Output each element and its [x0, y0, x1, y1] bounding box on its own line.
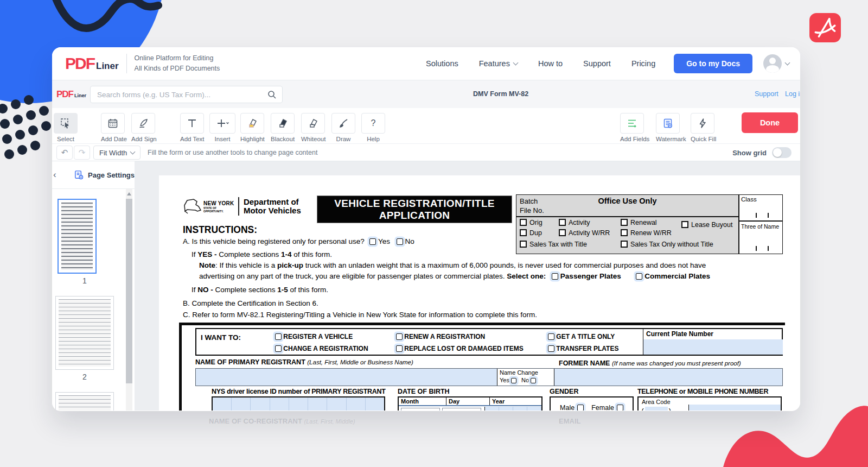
- add-fields-icon: [626, 117, 638, 129]
- primary-registrant-field[interactable]: [196, 369, 497, 386]
- replace-items-checkbox[interactable]: [396, 345, 403, 352]
- editor-content: ‹ Page Settings 1 2: [52, 161, 800, 411]
- logo-pdf-text: PDF: [65, 54, 94, 73]
- instructions-heading: INSTRUCTIONS:: [183, 224, 257, 236]
- logo-divider: [126, 54, 127, 73]
- former-name-field[interactable]: [554, 369, 782, 386]
- go-to-my-docs-button[interactable]: Go to my Docs: [674, 54, 752, 73]
- male-checkbox[interactable]: [577, 405, 584, 411]
- sidebar-scrollbar[interactable]: [126, 189, 132, 411]
- watermark-icon: [662, 117, 674, 129]
- change-registration-checkbox[interactable]: [275, 345, 282, 352]
- tool-draw[interactable]: Draw: [331, 113, 355, 142]
- account-menu[interactable]: [763, 54, 789, 73]
- phone-box: Area Code (): [637, 396, 782, 411]
- tool-whiteout[interactable]: Whiteout: [301, 113, 325, 142]
- pdfliner-mini-logo[interactable]: PDF Liner: [56, 89, 86, 100]
- tool-add-fields[interactable]: Add Fields: [620, 113, 644, 142]
- license-id-grid[interactable]: [212, 396, 385, 411]
- office-use-only-box: Office Use Only Batch File No. Orig Acti…: [516, 194, 739, 254]
- checkbox-sales-tax-with-title: [520, 241, 527, 248]
- checkbox-renew-wrr: [621, 229, 628, 236]
- whiteout-brush-icon: [307, 117, 319, 129]
- name-change-box: Name Change Yes No: [497, 369, 554, 386]
- female-checkbox[interactable]: [617, 405, 623, 411]
- ny-state-outline-icon: [183, 197, 201, 216]
- tool-select[interactable]: Select: [54, 113, 78, 142]
- redo-button[interactable]: ↷: [74, 146, 90, 160]
- year-field[interactable]: [484, 407, 541, 411]
- text-icon: [186, 117, 198, 129]
- instruction-line-a: A. Is this vehicle being registered only…: [183, 237, 414, 245]
- page-settings-label[interactable]: Page Settings: [88, 171, 135, 179]
- current-plate-field[interactable]: [643, 339, 783, 355]
- login-link[interactable]: Log in: [785, 90, 800, 98]
- tool-highlight[interactable]: Highlight: [240, 113, 264, 142]
- nav-support[interactable]: Support: [583, 59, 611, 68]
- page-thumbnail-3-partial[interactable]: [55, 392, 114, 411]
- page-number-1: 1: [52, 276, 117, 285]
- search-input[interactable]: [91, 86, 282, 103]
- passenger-plates-checkbox[interactable]: [552, 273, 558, 280]
- nav-solutions[interactable]: Solutions: [426, 59, 458, 68]
- name-change-no-checkbox[interactable]: [531, 378, 536, 383]
- personal-use-yes-checkbox[interactable]: [369, 238, 376, 245]
- i-want-to-table: I WANT TO: REGISTER A VEHICLE CHANGE A R…: [195, 328, 783, 356]
- support-link[interactable]: Support: [755, 90, 778, 98]
- former-name-label: FORMER NAME (If name was changed you mus…: [559, 359, 741, 367]
- register-vehicle-checkbox[interactable]: [275, 333, 282, 340]
- view-bar: ↶ ↷ Fit Width Fill the form or use anoth…: [52, 144, 800, 161]
- top-header: PDF Liner Online Platform for Editing Al…: [52, 47, 800, 80]
- lightning-icon: [697, 117, 709, 129]
- red-blob: [723, 406, 868, 467]
- month-select[interactable]: 01▼: [401, 408, 440, 411]
- current-plate-cell: Current Plate Number: [643, 329, 783, 355]
- form-title-banner: VEHICLE REGISTRATION/TITLE APPLICATION: [317, 195, 512, 223]
- transfer-plates-checkbox[interactable]: [548, 345, 554, 352]
- tool-add-date[interactable]: Add Date: [101, 113, 125, 142]
- show-grid-toggle[interactable]: [772, 147, 792, 158]
- select-cursor-icon: [60, 117, 72, 129]
- phone-label: TELEPHONE or MOBILE PHONE NUMBER: [637, 388, 768, 395]
- page-thumbnail-1[interactable]: [58, 199, 97, 274]
- nav-how-to[interactable]: How to: [538, 59, 563, 68]
- tool-blackout[interactable]: Blackout: [271, 113, 295, 142]
- nav-features[interactable]: Features: [479, 59, 518, 68]
- tool-quick-fill[interactable]: Quick Fill: [691, 113, 714, 142]
- pdfliner-logo[interactable]: PDF Liner: [65, 54, 119, 73]
- checkbox-activity-wrr: [559, 229, 566, 236]
- document-bar: PDF Liner DMV Form MV-82 Support Log in: [52, 80, 800, 108]
- registrant-fields-row: Name Change Yes No: [195, 368, 783, 386]
- checkbox-lease-buyout: [681, 221, 688, 228]
- done-button[interactable]: Done: [742, 112, 798, 133]
- nav-pricing[interactable]: Pricing: [631, 59, 655, 68]
- tagline: Online Platform for Editing All Kinds of…: [135, 53, 220, 74]
- phone-number-field[interactable]: [688, 405, 781, 411]
- collapse-sidebar-icon[interactable]: ‹: [53, 169, 56, 180]
- scroll-up-arrow[interactable]: [127, 192, 131, 195]
- avatar: [763, 54, 782, 73]
- tool-help[interactable]: ? Help: [361, 113, 385, 142]
- name-change-yes-checkbox[interactable]: [511, 378, 516, 383]
- commercial-plates-checkbox[interactable]: [636, 273, 642, 280]
- instruction-line-c: C. Refer to form MV-82.1 Registering/Tit…: [183, 311, 537, 319]
- tool-add-text[interactable]: Add Text: [180, 113, 204, 142]
- tool-add-sign[interactable]: Add Sign: [131, 113, 155, 142]
- logo-liner-text: Liner: [96, 61, 119, 72]
- personal-use-no-checkbox[interactable]: [397, 238, 403, 245]
- page-thumbnails: 1 2: [52, 189, 135, 411]
- get-title-only-checkbox[interactable]: [548, 333, 554, 340]
- area-code-field[interactable]: [645, 407, 668, 411]
- scrollbar-thumb[interactable]: [126, 199, 132, 383]
- search-icon[interactable]: [267, 90, 277, 99]
- tool-watermark[interactable]: Watermark: [656, 113, 680, 142]
- day-select[interactable]: 01▼: [442, 408, 481, 411]
- page-settings-row: ‹ Page Settings: [52, 161, 135, 189]
- tool-insert[interactable]: Insert: [209, 113, 235, 142]
- renew-registration-checkbox[interactable]: [396, 333, 403, 340]
- page-thumbnail-2[interactable]: [55, 296, 114, 370]
- main-nav: Solutions Features How to Support Pricin…: [426, 59, 655, 68]
- editor-toolbar: Select Add Date Add Sign Add Text: [52, 108, 800, 144]
- undo-button[interactable]: ↶: [56, 146, 73, 160]
- zoom-mode-dropdown[interactable]: Fit Width: [93, 146, 141, 160]
